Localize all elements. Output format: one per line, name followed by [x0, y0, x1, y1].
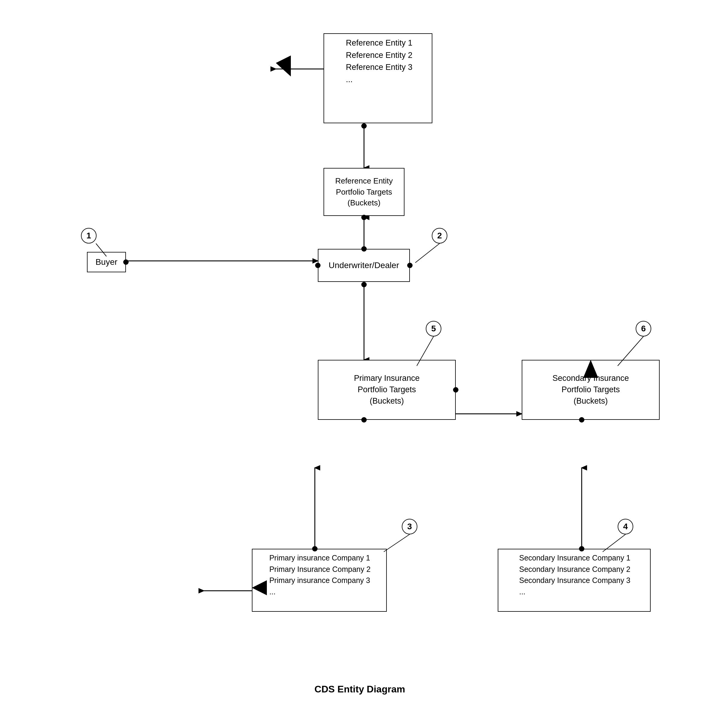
- circle-label-2: 2: [432, 228, 447, 244]
- dot-underwriter-top: [361, 246, 367, 251]
- secondary-portfolio-box: Secondary Insurance Portfolio Targets (B…: [522, 360, 660, 420]
- ref-portfolio-label: Reference Entity Portfolio Targets (Buck…: [335, 175, 393, 208]
- svg-marker-15: [276, 55, 291, 77]
- circle-label-4: 4: [618, 519, 633, 535]
- buyer-box: Buyer: [87, 252, 126, 272]
- ref-portfolio-box: Reference Entity Portfolio Targets (Buck…: [324, 168, 404, 216]
- underwriter-box: Underwriter/Dealer: [318, 249, 410, 282]
- dot-secondary-companies-top: [579, 546, 584, 551]
- secondary-companies-label: Secondary Insurance Company 1 Secondary …: [519, 552, 630, 597]
- primary-companies-label: Primary insurance Company 1 Primary Insu…: [269, 552, 371, 597]
- primary-portfolio-box: Primary Insurance Portfolio Targets (Buc…: [318, 360, 456, 420]
- reference-entity-box: Reference Entity 1 Reference Entity 2 Re…: [324, 33, 432, 123]
- dot-ref-portfolio-bottom: [361, 215, 367, 220]
- underwriter-label: Underwriter/Dealer: [329, 260, 399, 271]
- secondary-portfolio-label: Secondary Insurance Portfolio Targets (B…: [552, 373, 629, 407]
- dot-underwriter-right: [407, 263, 413, 268]
- reference-entity-label: Reference Entity 1 Reference Entity 2 Re…: [346, 37, 412, 86]
- dot-buyer-right: [123, 259, 128, 265]
- dot-secondary-portfolio-bottom: [579, 417, 584, 423]
- svg-line-10: [415, 244, 440, 263]
- dot-primary-portfolio-right: [453, 387, 459, 392]
- primary-portfolio-label: Primary Insurance Portfolio Targets (Buc…: [354, 373, 419, 407]
- dot-underwriter-bottom: [361, 282, 367, 287]
- primary-companies-box: Primary insurance Company 1 Primary Insu…: [252, 549, 387, 612]
- dot-ref-entity-bottom: [361, 123, 367, 129]
- circle-label-1: 1: [81, 228, 96, 244]
- circle-label-5: 5: [426, 321, 441, 337]
- dot-underwriter-left: [315, 263, 321, 268]
- diagram-container: Reference Entity 1 Reference Entity 2 Re…: [0, 0, 728, 726]
- dot-primary-portfolio-bottom: [361, 417, 367, 423]
- secondary-companies-box: Secondary Insurance Company 1 Secondary …: [498, 549, 651, 612]
- circle-label-6: 6: [636, 321, 651, 337]
- diagram-caption: CDS Entity Diagram: [270, 684, 450, 695]
- buyer-label: Buyer: [95, 256, 117, 268]
- circle-label-3: 3: [402, 519, 418, 535]
- svg-line-11: [384, 535, 410, 552]
- dot-primary-companies-top: [312, 546, 318, 551]
